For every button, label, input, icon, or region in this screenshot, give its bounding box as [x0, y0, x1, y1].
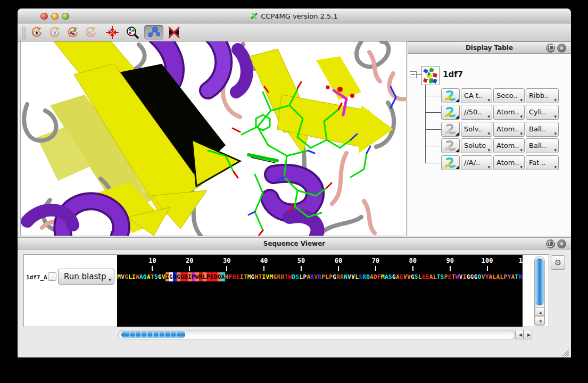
ruler-tick: [412, 266, 413, 271]
sequence-residue: Y: [507, 272, 511, 281]
sequence-viewer-float-button[interactable]: [546, 239, 555, 248]
sequence-residue: S: [295, 272, 299, 281]
sequence-residue: Q: [143, 272, 147, 281]
object-visibility-button[interactable]: [441, 155, 460, 170]
sequence-residue: A: [147, 272, 151, 281]
sequence-viewer-close-button[interactable]: [557, 239, 566, 248]
sequence-residue: A: [307, 272, 310, 281]
style-dropdown[interactable]: Fat ..: [526, 155, 559, 170]
sequence-residue: W: [456, 272, 459, 281]
run-blastp-button[interactable]: Run blastp: [58, 269, 114, 285]
colour-dropdown[interactable]: Atom..: [493, 155, 525, 170]
rotate-view-free-icon[interactable]: [46, 25, 63, 40]
sequence-residue: R: [518, 272, 522, 281]
colour-dropdown[interactable]: Atom..: [493, 138, 525, 153]
display-table-close-button[interactable]: [557, 44, 566, 53]
centre-view-icon[interactable]: [104, 25, 121, 40]
colour-dropdown[interactable]: Atom..: [493, 105, 525, 120]
sequence-residue: V: [314, 272, 318, 281]
scroll-up-button[interactable]: [535, 307, 544, 316]
style-dropdown[interactable]: Ball..: [526, 138, 559, 153]
chain-checkbox[interactable]: [48, 272, 56, 281]
sequence-residue: G: [251, 272, 254, 281]
sequence-residue: P: [321, 272, 325, 281]
style-dropdown[interactable]: Ribb..: [526, 88, 559, 103]
app-logo-icon: [251, 12, 258, 20]
picking-zoom-icon[interactable]: [124, 25, 141, 40]
colour-dropdown[interactable]: Atom..: [493, 122, 525, 137]
sequence-residue: I: [463, 272, 467, 281]
sequence-residue: D: [184, 272, 188, 281]
ruler-tick: [226, 266, 227, 271]
scroll-down-button[interactable]: [535, 317, 544, 325]
sequence-residue: N: [344, 272, 347, 281]
sequence-residue: E: [448, 272, 452, 281]
scroll-left-button[interactable]: [515, 330, 524, 339]
selection-mode-icon[interactable]: [144, 25, 163, 40]
toolbar-grip[interactable]: [22, 26, 26, 39]
sequence-residue: F: [229, 272, 233, 281]
colour-dropdown-label: Atom..: [496, 125, 519, 133]
object-visibility-button[interactable]: [441, 88, 460, 103]
sequence-residue: G: [125, 272, 128, 281]
sequence-display-area[interactable]: 102030405060708090100110 MVGLIWAQATSGVIG…: [117, 255, 523, 327]
sequence-residue: R: [277, 272, 280, 281]
sequence-residue: R: [340, 272, 344, 281]
sequence-settings-button[interactable]: [551, 255, 565, 270]
style-dropdown[interactable]: Ball..: [526, 122, 559, 137]
sequence-residue: V: [162, 272, 165, 281]
sequence-residue: L: [433, 272, 437, 281]
colour-dropdown[interactable]: Seco..: [493, 88, 525, 103]
sequence-residue: T: [151, 272, 154, 281]
rotate-model-free-icon[interactable]: [82, 25, 100, 40]
sequence-residue: T: [452, 272, 456, 281]
ruler-number: 100: [477, 257, 498, 264]
rotate-view-icon[interactable]: [28, 25, 45, 40]
sequence-residue: G: [392, 272, 396, 281]
selection-dropdown[interactable]: //50..: [461, 105, 492, 120]
selection-dropdown[interactable]: //A/..: [461, 155, 492, 170]
corner-triangle-icon: [456, 149, 459, 152]
collapse-minus-icon: [411, 74, 415, 75]
model-thumbnail[interactable]: [421, 66, 440, 85]
sequence-viewer-header: Sequence Viewer: [18, 237, 571, 249]
rotate-model-icon[interactable]: [64, 25, 81, 40]
tree-expander[interactable]: [410, 71, 417, 78]
sequence-residue: D: [292, 272, 295, 281]
style-dropdown[interactable]: Cyli..: [526, 105, 559, 120]
sequence-residue: I: [239, 272, 243, 281]
sequence-residue: I: [132, 272, 136, 281]
sequence-residue: L: [203, 272, 206, 281]
sequence-residue: E: [426, 272, 429, 281]
sequence-letters: MVGLIWAQATSGVIGRGGDIPWRLPEDQAHFREITMGHTI…: [117, 272, 522, 281]
sequence-residue: A: [488, 272, 492, 281]
sequence-residue: F: [377, 272, 381, 281]
sequence-residue: A: [370, 272, 374, 281]
object-visibility-button[interactable]: [441, 122, 460, 137]
object-visibility-button[interactable]: [441, 138, 460, 153]
clear-picking-icon[interactable]: [165, 25, 183, 40]
ruler-number: 70: [365, 257, 386, 264]
sequence-residue: T: [258, 272, 262, 281]
ruler-tick: [375, 266, 376, 271]
selection-dropdown[interactable]: CA t..: [461, 88, 492, 103]
display-table-float-button[interactable]: [546, 44, 555, 53]
sequence-residue: G: [169, 272, 173, 281]
object-visibility-button[interactable]: [441, 105, 460, 120]
display-table-panel: Display Table 1df7 CA t..Seco..Ribb..//5…: [408, 41, 571, 236]
selection-dropdown[interactable]: Solv..: [461, 122, 492, 137]
colour-dropdown-label: Atom..: [496, 108, 519, 116]
window-resize-grip[interactable]: [559, 347, 569, 357]
selection-dropdown[interactable]: Solute: [461, 138, 492, 153]
sequence-residue: T: [437, 272, 441, 281]
sequence-residue: M: [247, 272, 251, 281]
ruler-tick: [450, 266, 451, 271]
vertical-scrollbar-thumb[interactable]: [535, 259, 544, 305]
sequence-residue: G: [158, 272, 162, 281]
scroll-right-button[interactable]: [524, 330, 532, 339]
horizontal-scrollbar-thumb[interactable]: [121, 331, 185, 338]
3d-viewer-canvas[interactable]: [20, 41, 407, 236]
sequence-residue: P: [206, 272, 210, 281]
sequence-vertical-scrollbar[interactable]: [534, 256, 545, 326]
sequence-horizontal-scrollbar[interactable]: [118, 330, 515, 339]
